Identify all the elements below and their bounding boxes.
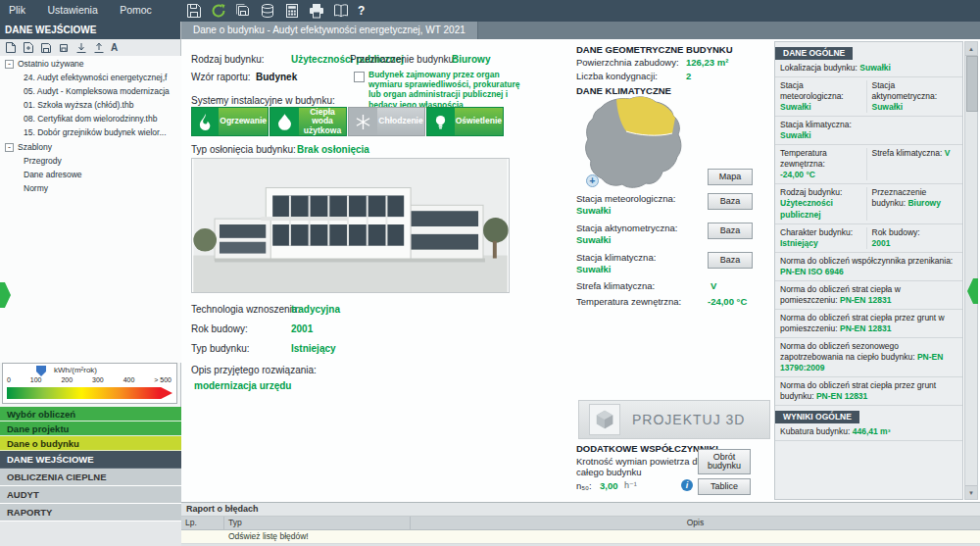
panel-row-norma-0: Norma do obliczeń współczynnika przenika… xyxy=(775,253,962,281)
panel-strefa-value: V xyxy=(945,148,951,158)
scale-slider-icon xyxy=(36,366,46,376)
building-preview-image xyxy=(191,158,510,293)
panel-charakter-value: Istniejący xyxy=(780,238,818,248)
norma-value: PN-EN 12831 xyxy=(816,391,867,401)
app-window: Plik Ustawienia Pomoc ? DANE WEJŚCIOWE A xyxy=(0,0,980,546)
panel-row-norma-2: Norma do obliczeń strat ciepła przez gru… xyxy=(775,310,962,338)
new-doc-icon[interactable] xyxy=(5,41,17,54)
opis-value[interactable]: modernizacja urzędu xyxy=(194,380,291,391)
main-toolbar: ? xyxy=(186,3,365,19)
baza-aktyno-button[interactable]: Baza xyxy=(708,223,753,239)
rok-budowy-value[interactable]: 2001 xyxy=(291,323,313,334)
typ-budynku-value[interactable]: Istniejący xyxy=(291,343,336,354)
error-report-panel: Raport o błędach Lp. Typ Opis Odśwież li… xyxy=(181,502,980,546)
nav-raporty[interactable]: RAPORTY xyxy=(0,504,181,521)
system-ogrzewanie-button[interactable]: Ogrzewanie xyxy=(191,107,269,136)
menu-plik[interactable]: Plik xyxy=(0,0,34,16)
vertical-scrollbar[interactable]: ▲ ▼ xyxy=(964,41,978,500)
map-zoom-plus-button[interactable]: + xyxy=(586,174,599,187)
nav-audyt[interactable]: AUDYT xyxy=(0,486,181,504)
scroll-down-icon[interactable]: ▼ xyxy=(965,485,977,499)
menu-ustawienia[interactable]: Ustawienia xyxy=(38,0,106,16)
tab-dane-o-budynku[interactable]: Dane o budynku - Audyt efektywności ener… xyxy=(181,22,478,39)
font-icon[interactable]: A xyxy=(111,41,118,54)
tree-item-recent-4[interactable]: 15. Dobór grzejników budynek wielor... xyxy=(0,125,181,139)
projektuj-3d-button[interactable]: PROJEKTUJ 3D xyxy=(578,400,770,439)
panel-charakter-label: Charakter budynku: xyxy=(780,227,853,237)
wzor-raportu-label: Wzór raportu: xyxy=(191,72,251,82)
database-icon[interactable] xyxy=(260,3,275,19)
system-chlodzenie-button[interactable]: Chłodzenie xyxy=(348,107,425,136)
tree-item-template-1[interactable]: Dane adresowe xyxy=(0,168,181,181)
save-copy-icon[interactable] xyxy=(58,42,70,54)
printer-icon[interactable] xyxy=(309,3,324,19)
tablice-button[interactable]: Tablice xyxy=(698,478,751,495)
nav-dane-o-budynku[interactable]: Dane o budynku xyxy=(0,436,181,451)
water-drop-icon xyxy=(270,108,299,135)
n50-value[interactable]: 3,00 xyxy=(600,480,618,491)
tree-item-template-0[interactable]: Przegrody xyxy=(0,154,181,168)
tree-item-template-2[interactable]: Normy xyxy=(0,181,181,195)
nav-filler xyxy=(0,521,181,546)
add-doc-icon[interactable] xyxy=(23,41,34,54)
panel-rodzaj-label: Rodzaj budynku: xyxy=(780,187,842,197)
norma-label: Norma do obliczeń współczynnika przenika… xyxy=(780,256,953,266)
tree-item-recent-1[interactable]: 05. Audyt - Kompleksowa modernizacja xyxy=(0,84,181,98)
lokalizacja-value: Suwałki xyxy=(859,63,891,73)
panel-row-lokalizacja: Lokalizacja budynku: Suwałki xyxy=(775,60,962,77)
error-col-lp: Lp. xyxy=(181,517,224,529)
rok-budowy-label: Rok budowy: xyxy=(191,323,248,334)
norma-label: Norma do obliczeń sezonowego zapotrzebow… xyxy=(780,341,915,362)
obrot-budynku-button[interactable]: Obrót budynku xyxy=(698,449,751,474)
manual-icon[interactable] xyxy=(333,3,349,19)
calculator-icon[interactable] xyxy=(284,3,300,19)
kondygnacje-label: Liczba kondygnacji: xyxy=(576,71,658,81)
save-all-icon[interactable] xyxy=(235,3,251,19)
opis-label: Opis przyjętego rozwiązania: xyxy=(191,365,317,375)
import-icon[interactable] xyxy=(75,42,87,54)
nav-wybor-obliczen[interactable]: Wybór obliczeń xyxy=(0,407,181,422)
save-icon[interactable] xyxy=(186,3,202,19)
public-authority-checkbox[interactable] xyxy=(354,72,365,82)
wzor-raportu-value[interactable]: Budynek xyxy=(256,72,297,82)
rodzaj-budynku-label: Rodzaj budynku: xyxy=(191,54,265,65)
cube-3d-icon xyxy=(589,404,620,435)
baza-meteo-button[interactable]: Baza xyxy=(708,193,753,210)
save-doc-icon[interactable] xyxy=(40,42,52,54)
panel-row-stacje: Stacja meteorologiczna: Suwałki Stacja a… xyxy=(775,77,962,117)
tab-bar: Dane o budynku - Audyt efektywności ener… xyxy=(181,22,980,39)
energy-gradient-bar xyxy=(7,387,172,399)
panel-row-norma-4: Norma do obliczeń strat ciepła przez gru… xyxy=(775,377,962,406)
przeznaczenie-value[interactable]: Biurowy xyxy=(452,54,490,65)
temperatura-label: Temperatura zewnętrzna: xyxy=(576,296,681,307)
refresh-errors-row[interactable]: Odśwież listę błędów! xyxy=(181,530,980,544)
tree-item-recent-3[interactable]: 08. Certyfikat dom wielorodzinny.thb xyxy=(0,112,181,125)
scroll-up-icon[interactable]: ▲ xyxy=(965,42,977,56)
system-oswietlenie-label: Oświetlenie xyxy=(455,108,503,135)
refresh-icon[interactable] xyxy=(211,3,226,19)
scale-tick: 0 xyxy=(7,376,11,383)
panel-temp-value: -24,00 °C xyxy=(780,170,815,179)
summary-panel: DANE OGÓLNE Lokalizacja budynku: Suwałki… xyxy=(774,41,963,500)
nav-dane-wejsciowe[interactable]: DANE WEJŚCIOWE xyxy=(0,451,181,469)
mapa-button[interactable]: Mapa xyxy=(708,169,753,185)
tree-item-recent-2[interactable]: 01. Szkoła wyższa (chłód).thb xyxy=(0,98,181,112)
system-cwu-button[interactable]: Ciepła woda użytkowa xyxy=(270,107,347,136)
system-oswietlenie-button[interactable]: Oświetlenie xyxy=(426,107,504,136)
tree-toggle-minus-icon[interactable]: - xyxy=(5,60,14,69)
sidebar-title: DANE WEJŚCIOWE xyxy=(0,22,180,39)
nav-obliczenia-cieplne[interactable]: OBLICZENIA CIEPLNE xyxy=(0,469,181,486)
export-icon[interactable] xyxy=(93,42,105,54)
help-icon[interactable]: ? xyxy=(358,4,365,18)
oslona-value[interactable]: Brak osłonięcia xyxy=(297,144,369,155)
baza-klimat-button[interactable]: Baza xyxy=(708,252,753,269)
tree-item-recent-0[interactable]: 24. Audyt efektywności energetycznej,f xyxy=(0,71,181,84)
nav-dane-projektu[interactable]: Dane projektu xyxy=(0,422,181,436)
tree-toggle-minus-icon[interactable]: - xyxy=(5,143,14,152)
geometry-section-title: DANE GEOMETRYCZNE BUDYNKU xyxy=(576,44,733,55)
menu-pomoc[interactable]: Pomoc xyxy=(111,0,161,16)
system-cwu-label: Ciepła woda użytkowa xyxy=(299,108,346,135)
scrollbar-thumb[interactable] xyxy=(966,56,978,112)
technologia-value[interactable]: tradycyjna xyxy=(291,304,340,315)
info-icon[interactable]: i xyxy=(681,479,693,491)
